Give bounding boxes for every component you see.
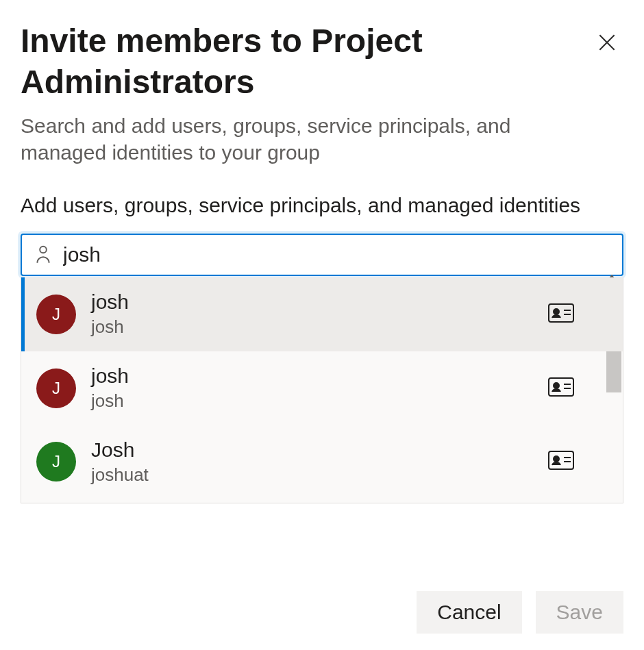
save-button[interactable]: Save — [536, 591, 623, 634]
svg-point-12 — [554, 456, 559, 462]
search-result-option[interactable]: Jjoshjosh — [21, 277, 623, 351]
contact-card-icon — [547, 303, 575, 323]
dialog-title: Invite members to Project Administrators — [21, 21, 534, 103]
search-input[interactable] — [63, 243, 610, 266]
option-subtext: josh — [91, 316, 532, 339]
cancel-button[interactable]: Cancel — [417, 591, 521, 634]
close-icon — [596, 32, 618, 53]
svg-point-4 — [554, 309, 559, 314]
svg-point-8 — [554, 383, 559, 388]
search-results-dropdown: JjoshjoshJjoshjoshJJoshjoshuat — [21, 277, 623, 503]
person-icon — [34, 245, 52, 265]
option-name: josh — [91, 364, 532, 388]
contact-card-button[interactable] — [547, 450, 575, 473]
dialog-footer: Cancel Save — [21, 577, 623, 650]
contact-card-button[interactable] — [547, 377, 575, 400]
option-subtext: joshuat — [91, 464, 532, 487]
search-result-option[interactable]: JJoshjoshuat — [21, 425, 623, 499]
svg-rect-7 — [549, 378, 573, 396]
avatar: J — [36, 442, 76, 482]
option-name: josh — [91, 290, 532, 314]
avatar: J — [36, 368, 76, 408]
search-label: Add users, groups, service principals, a… — [21, 192, 582, 218]
close-button[interactable] — [591, 26, 623, 59]
dialog-header: Invite members to Project Administrators — [21, 21, 623, 103]
invite-members-dialog: Invite members to Project Administrators… — [0, 0, 644, 650]
option-text: joshjosh — [91, 290, 532, 339]
search-result-option[interactable]: Jjoshjosh — [21, 351, 623, 425]
search-field-wrapper[interactable] — [21, 234, 623, 276]
option-text: Joshjoshuat — [91, 438, 532, 487]
avatar: J — [36, 295, 76, 334]
dialog-subtitle: Search and add users, groups, service pr… — [21, 112, 582, 166]
svg-rect-3 — [549, 304, 573, 322]
contact-card-icon — [547, 377, 575, 397]
option-subtext: josh — [91, 390, 532, 413]
option-name: Josh — [91, 438, 532, 462]
contact-card-button[interactable] — [547, 303, 575, 326]
svg-point-2 — [40, 247, 47, 253]
contact-card-icon — [547, 450, 575, 471]
option-text: joshjosh — [91, 364, 532, 413]
svg-rect-11 — [549, 451, 573, 469]
